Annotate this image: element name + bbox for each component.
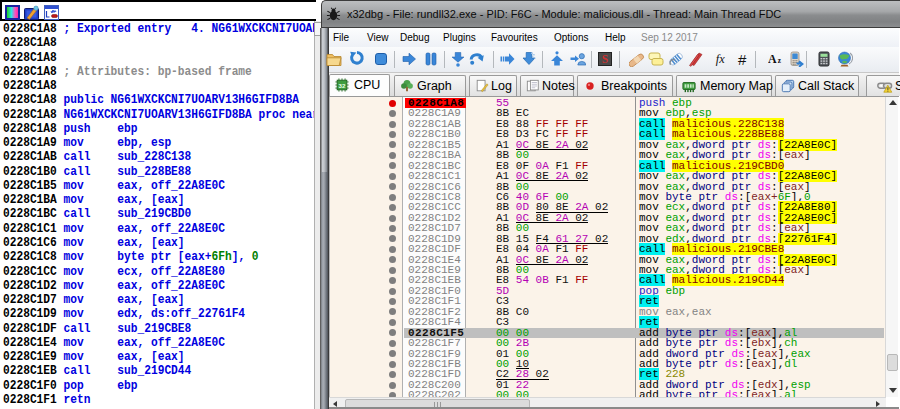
svg-text:z: z	[778, 57, 782, 65]
svg-text:A: A	[768, 52, 777, 66]
svg-text:32: 32	[339, 82, 346, 89]
svg-text:#: #	[738, 51, 747, 67]
svg-text:S: S	[602, 53, 608, 65]
svg-text:fx: fx	[716, 52, 725, 66]
